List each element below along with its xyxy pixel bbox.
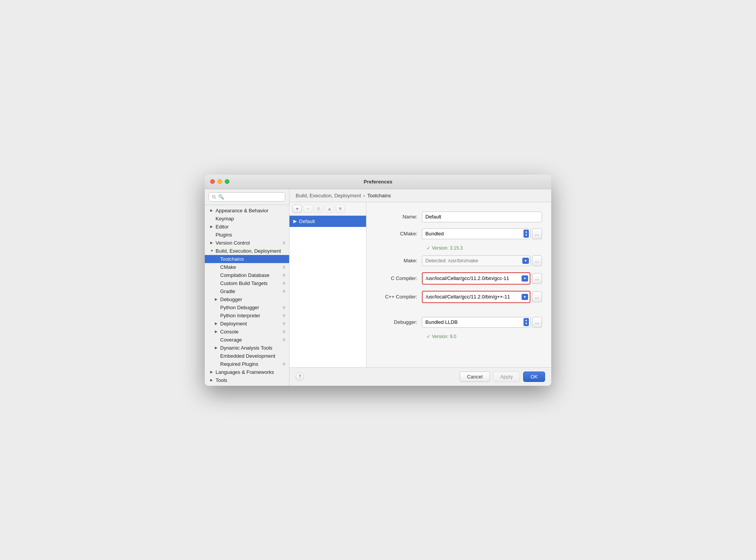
c-compiler-input[interactable] xyxy=(423,273,530,284)
c-compiler-label: C Compiler: xyxy=(376,275,422,281)
make-input[interactable] xyxy=(422,255,530,266)
cpp-compiler-control: ▼ ... xyxy=(422,291,542,303)
arrow-icon: ▶ xyxy=(215,297,219,301)
cmake-version-row: ✓ Version: 3.15.3 xyxy=(427,245,542,251)
sidebar-item-cmake[interactable]: CMake⎘ xyxy=(205,263,289,271)
sidebar-item-label: Python Debugger xyxy=(220,305,259,310)
sidebar-item-console[interactable]: ▶Console⎘ xyxy=(205,328,289,336)
move-up-button[interactable]: ▲ xyxy=(325,205,334,213)
remove-toolchain-button[interactable]: − xyxy=(303,205,313,213)
name-label: Name: xyxy=(376,214,422,220)
close-button[interactable] xyxy=(210,179,215,184)
sidebar-item-label: Dynamic Analysis Tools xyxy=(220,345,273,351)
arrow-icon: ▶ xyxy=(215,322,219,325)
toolchain-item-label: Default xyxy=(299,218,315,224)
arrow-icon: ▶ xyxy=(210,378,215,382)
sidebar-item-python-interpreter[interactable]: Python Interpreter⎘ xyxy=(205,312,289,320)
arrow-icon: ▶ xyxy=(210,208,215,212)
sidebar-item-build-execution[interactable]: ▼Build, Execution, Deployment xyxy=(205,247,289,255)
toolchain-list-panel: + − ⎘ ▲ ▼ ▶ Default xyxy=(289,202,366,367)
cpp-compiler-input[interactable] xyxy=(423,292,530,302)
make-label: Make: xyxy=(376,258,422,263)
sidebar-item-label: Python Interpreter xyxy=(220,313,260,318)
c-compiler-control: ▼ ... xyxy=(422,272,542,285)
sidebar-item-label: Tools xyxy=(216,377,227,383)
cpp-compiler-dropdown-arrow: ▼ xyxy=(522,294,528,300)
debugger-control: Bundled LLDB ▲ ▼ ... xyxy=(422,317,542,328)
help-button[interactable]: ? xyxy=(296,372,304,381)
copy-toolchain-button[interactable]: ⎘ xyxy=(314,205,323,213)
sidebar-item-label: Version Control xyxy=(216,240,250,246)
name-input[interactable] xyxy=(422,212,542,222)
debugger-version-row: ✓ Version: 9.0 xyxy=(427,334,542,339)
maximize-button[interactable] xyxy=(225,179,229,184)
sidebar: ▶Appearance & BehaviorKeymap▶EditorPlugi… xyxy=(205,189,289,386)
sidebar-item-keymap[interactable]: Keymap xyxy=(205,215,289,223)
footer: ? Cancel Apply OK xyxy=(289,367,551,386)
sidebar-item-coverage[interactable]: Coverage⎘ xyxy=(205,336,289,344)
sidebar-item-label: CMake xyxy=(220,264,236,270)
sidebar-item-version-control[interactable]: ▶Version Control⎘ xyxy=(205,239,289,247)
sync-icon: ⎘ xyxy=(283,313,285,318)
make-more-button[interactable]: ... xyxy=(532,255,542,266)
name-control xyxy=(422,212,542,222)
cpp-compiler-more-button[interactable]: ... xyxy=(532,292,542,302)
cmake-more-button[interactable]: ... xyxy=(532,228,542,239)
debugger-label: Debugger: xyxy=(376,319,422,325)
sidebar-item-label: Console xyxy=(220,329,239,335)
add-toolchain-button[interactable]: + xyxy=(293,205,302,213)
sync-icon: ⎘ xyxy=(283,338,285,342)
sidebar-item-custom-build[interactable]: Custom Build Targets⎘ xyxy=(205,279,289,287)
sidebar-item-label: Build, Execution, Deployment xyxy=(216,248,281,254)
search-input[interactable] xyxy=(209,192,285,202)
sidebar-item-appearance[interactable]: ▶Appearance & Behavior xyxy=(205,207,289,215)
right-panel: Build, Execution, Deployment › Toolchain… xyxy=(289,189,551,386)
sidebar-item-gradle[interactable]: Gradle⎘ xyxy=(205,287,289,295)
sidebar-item-label: Coverage xyxy=(220,337,242,343)
sidebar-item-python-debugger[interactable]: Python Debugger⎘ xyxy=(205,303,289,312)
debugger-version-text: Version: 9.0 xyxy=(432,334,456,339)
c-compiler-wrapper: ▼ xyxy=(422,272,530,285)
sidebar-item-debugger[interactable]: ▶Debugger xyxy=(205,295,289,303)
move-down-button[interactable]: ▼ xyxy=(336,205,345,213)
debugger-more-button[interactable]: ... xyxy=(532,317,542,328)
toolchain-item-default[interactable]: ▶ Default xyxy=(289,216,366,227)
sidebar-item-compilation-db[interactable]: Compilation Database⎘ xyxy=(205,271,289,279)
cancel-button[interactable]: Cancel xyxy=(460,372,490,382)
cpp-compiler-label: C++ Compiler: xyxy=(376,294,422,300)
sidebar-item-languages[interactable]: ▶Languages & Frameworks xyxy=(205,368,289,376)
sidebar-item-dynamic-analysis[interactable]: ▶Dynamic Analysis Tools xyxy=(205,344,289,352)
c-compiler-row: C Compiler: ▼ ... xyxy=(376,272,542,285)
window-title: Preferences xyxy=(364,179,392,185)
debugger-check-icon: ✓ xyxy=(427,334,430,339)
cmake-select[interactable]: Bundled xyxy=(422,228,530,239)
sidebar-item-toolchains[interactable]: Toolchains xyxy=(205,255,289,263)
cmake-version-text: Version: 3.15.3 xyxy=(432,245,463,251)
apply-button[interactable]: Apply xyxy=(493,372,520,382)
form-panel: Name: CMake: Bundled xyxy=(366,202,551,367)
sidebar-item-label: Deployment xyxy=(220,321,247,327)
sync-icon: ⎘ xyxy=(283,289,285,293)
sidebar-item-required-plugins[interactable]: Required Plugins⎘ xyxy=(205,360,289,368)
preferences-window: Preferences ▶Appearance & BehaviorKeymap… xyxy=(205,175,551,386)
sidebar-item-plugins[interactable]: Plugins xyxy=(205,231,289,239)
minimize-button[interactable] xyxy=(217,179,222,184)
ok-button[interactable]: OK xyxy=(523,372,545,382)
debugger-row: Debugger: Bundled LLDB ▲ ▼ xyxy=(376,317,542,328)
sidebar-item-embedded-dev[interactable]: Embedded Development xyxy=(205,352,289,360)
breadcrumb: Build, Execution, Deployment › Toolchain… xyxy=(289,189,551,202)
cpp-compiler-wrapper: ▼ xyxy=(422,291,530,303)
toolchain-toolbar: + − ⎘ ▲ ▼ xyxy=(289,202,366,216)
sidebar-item-label: Debugger xyxy=(220,297,242,302)
breadcrumb-current: Toolchains xyxy=(367,193,391,198)
sidebar-item-tools[interactable]: ▶Tools xyxy=(205,376,289,384)
sidebar-item-label: Required Plugins xyxy=(220,361,258,367)
sidebar-item-editor[interactable]: ▶Editor xyxy=(205,223,289,231)
make-dropdown-arrow: ▼ xyxy=(522,258,529,264)
sidebar-tree: ▶Appearance & BehaviorKeymap▶EditorPlugi… xyxy=(205,205,289,386)
breadcrumb-separator: › xyxy=(363,193,365,198)
c-compiler-more-button[interactable]: ... xyxy=(532,273,542,284)
debugger-select[interactable]: Bundled LLDB xyxy=(422,317,530,328)
sidebar-item-deployment[interactable]: ▶Deployment⎘ xyxy=(205,320,289,328)
sync-icon: ⎘ xyxy=(283,322,285,326)
